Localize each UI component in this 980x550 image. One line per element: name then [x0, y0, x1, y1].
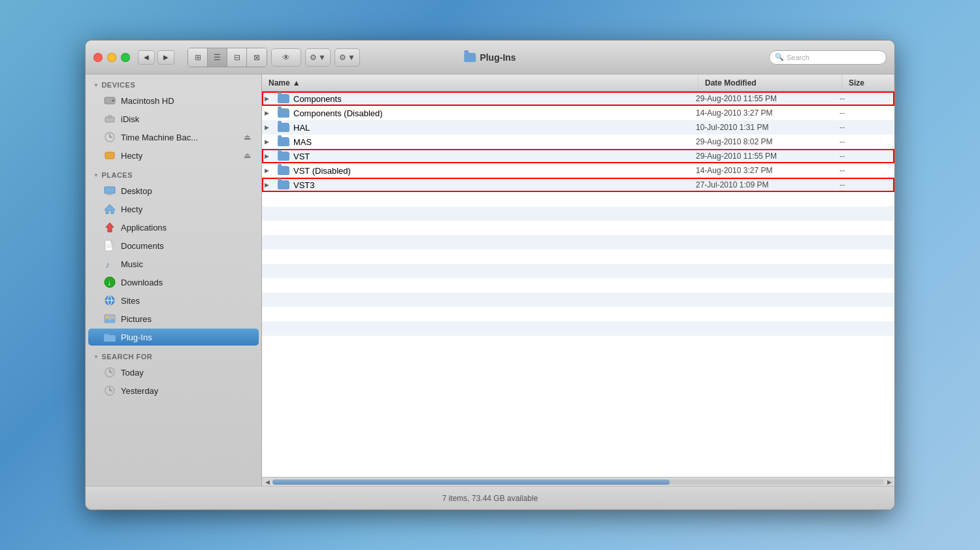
close-button[interactable]: [93, 53, 103, 62]
file-name-hal: HAL: [293, 123, 310, 133]
file-row-mas[interactable]: ▶ MAS 29-Aug-2010 8:02 PM --: [262, 135, 894, 149]
expand-triangle-components-disabled[interactable]: ▶: [265, 110, 274, 116]
eject-icon-timemachine[interactable]: ⏏: [244, 133, 251, 142]
svg-rect-10: [106, 195, 113, 195]
file-row-vst-disabled[interactable]: ▶ VST (Disabled) 14-Aug-2010 3:27 PM --: [262, 163, 894, 178]
eye-icon: 👁: [282, 53, 290, 62]
file-name-mas: MAS: [293, 137, 312, 147]
file-size-components: --: [840, 94, 892, 103]
gear-icon-2: ⚙: [339, 53, 346, 62]
sidebar-item-hecty-place[interactable]: Hecty: [88, 201, 259, 218]
sidebar-item-timemachine[interactable]: Time Machine Bac... ⏏: [88, 129, 259, 146]
sidebar-item-applications[interactable]: Applications: [88, 219, 259, 236]
file-name-vst3: VST3: [293, 180, 315, 190]
view-icon-button[interactable]: ⊞: [188, 48, 208, 67]
folder-icon-vst: [278, 152, 289, 161]
file-date-vst: 29-Aug-2010 11:55 PM: [696, 152, 840, 161]
maximize-button[interactable]: [121, 53, 130, 62]
h-scrollbar-thumb[interactable]: [272, 479, 670, 485]
file-name-components-disabled: Components (Disabled): [293, 108, 383, 118]
toolbar-middle: ⊞ ☰ ⊟ ⊠ 👁 ⚙ ▼ ⚙ ▼: [188, 48, 360, 67]
sidebar-item-idisk[interactable]: iDisk: [88, 110, 259, 127]
gear-button-2[interactable]: ⚙ ▼: [335, 48, 360, 67]
eye-button[interactable]: 👁: [271, 48, 301, 67]
places-triangle[interactable]: ▼: [93, 172, 99, 178]
search-bar[interactable]: 🔍 Search: [769, 50, 887, 65]
devices-header: ▼ DEVICES: [86, 74, 261, 91]
sidebar-label-hecty-place: Hecty: [121, 204, 142, 214]
downloads-icon: ↓: [104, 276, 116, 288]
file-row-components[interactable]: ▶ Components 29-Aug-2010 11:55 PM --: [262, 91, 894, 106]
file-row-hal[interactable]: ▶ HAL 10-Jul-2010 1:31 PM --: [262, 120, 894, 135]
scroll-right-arrow[interactable]: ▶: [885, 479, 893, 485]
svg-marker-11: [105, 204, 115, 214]
svg-text:↓: ↓: [107, 278, 111, 287]
sidebar-label-yesterday: Yesterday: [121, 386, 158, 396]
sidebar-item-yesterday[interactable]: Yesterday: [88, 382, 259, 399]
desktop-icon: [104, 185, 116, 197]
file-row-empty-1: [262, 192, 894, 206]
col-header-name[interactable]: Name ▲: [262, 74, 698, 91]
search-header: ▼ SEARCH FOR: [86, 346, 261, 363]
file-size-vst-disabled: --: [840, 166, 892, 175]
view-cover-button[interactable]: ⊠: [247, 48, 267, 67]
file-cell-name-vst3: ▶ VST3: [265, 180, 696, 190]
file-row-vst3[interactable]: ▶ VST3 27-Jul-2010 1:09 PM --: [262, 178, 894, 192]
expand-triangle-vst[interactable]: ▶: [265, 153, 274, 159]
folder-icon-vst-disabled: [278, 166, 289, 175]
file-size-components-disabled: --: [840, 108, 892, 118]
expand-triangle-mas[interactable]: ▶: [265, 138, 274, 145]
sidebar-item-plugins[interactable]: Plug-Ins: [88, 329, 259, 346]
sidebar-item-pictures[interactable]: Pictures: [88, 310, 259, 327]
sidebar-label-desktop: Desktop: [121, 186, 152, 196]
scroll-left-arrow[interactable]: ◀: [263, 479, 271, 485]
sidebar-item-hecty-device[interactable]: Hecty ⏏: [88, 147, 259, 164]
documents-icon: [104, 240, 116, 251]
expand-triangle-vst-disabled[interactable]: ▶: [265, 167, 274, 174]
file-size-vst3: --: [840, 180, 892, 189]
sidebar-item-documents[interactable]: Documents: [88, 237, 259, 254]
file-date-components-disabled: 14-Aug-2010 3:27 PM: [696, 108, 840, 118]
file-row-components-disabled[interactable]: ▶ Components (Disabled) 14-Aug-2010 3:27…: [262, 106, 894, 120]
h-scrollbar-track[interactable]: [272, 479, 884, 485]
expand-triangle-hal[interactable]: ▶: [265, 124, 274, 131]
devices-triangle[interactable]: ▼: [93, 82, 99, 88]
search-triangle[interactable]: ▼: [93, 354, 99, 360]
dropdown-arrow-1: ▼: [318, 53, 326, 62]
file-cell-name-hal: ▶ HAL: [265, 123, 696, 133]
sidebar-item-macintosh-hd[interactable]: Macintosh HD: [88, 92, 259, 109]
col-header-date[interactable]: Date Modified: [698, 74, 842, 91]
gear-button-1[interactable]: ⚙ ▼: [305, 48, 331, 67]
file-name-vst: VST: [293, 152, 310, 161]
sidebar-item-today[interactable]: Today: [88, 364, 259, 381]
sidebar-item-desktop[interactable]: Desktop: [88, 182, 259, 199]
expand-triangle-vst3[interactable]: ▶: [265, 182, 274, 188]
back-button[interactable]: ◀: [138, 50, 155, 65]
hd-icon: [104, 95, 116, 106]
search-placeholder: Search: [787, 54, 809, 61]
gear-icon-1: ⚙: [310, 53, 317, 62]
eject-icon-hecty[interactable]: ⏏: [244, 151, 251, 160]
file-cell-name-mas: ▶ MAS: [265, 137, 696, 147]
svg-rect-8: [105, 187, 115, 193]
svg-rect-3: [108, 116, 112, 118]
pictures-icon: [104, 313, 116, 325]
col-header-size[interactable]: Size: [842, 74, 894, 91]
sidebar-item-downloads[interactable]: ↓ Downloads: [88, 274, 259, 291]
view-column-button[interactable]: ⊟: [227, 48, 247, 67]
music-icon: ♪: [104, 258, 116, 270]
idisk-icon: [104, 113, 116, 125]
minimize-button[interactable]: [107, 53, 116, 62]
view-list-button[interactable]: ☰: [208, 48, 227, 67]
sidebar-item-sites[interactable]: Sites: [88, 292, 259, 309]
file-size-vst: --: [840, 152, 892, 161]
expand-triangle-components[interactable]: ▶: [265, 95, 274, 102]
file-row-vst[interactable]: ▶ VST 29-Aug-2010 11:55 PM --: [262, 149, 894, 163]
h-scrollbar[interactable]: ◀ ▶: [262, 477, 894, 486]
sidebar-label-music: Music: [121, 259, 143, 269]
file-row-empty-10: [262, 321, 894, 336]
forward-button[interactable]: ▶: [157, 50, 174, 65]
file-date-vst-disabled: 14-Aug-2010 3:27 PM: [696, 166, 840, 175]
sidebar-item-music[interactable]: ♪ Music: [88, 255, 259, 272]
sidebar-label-hecty-device: Hecty: [121, 151, 142, 161]
